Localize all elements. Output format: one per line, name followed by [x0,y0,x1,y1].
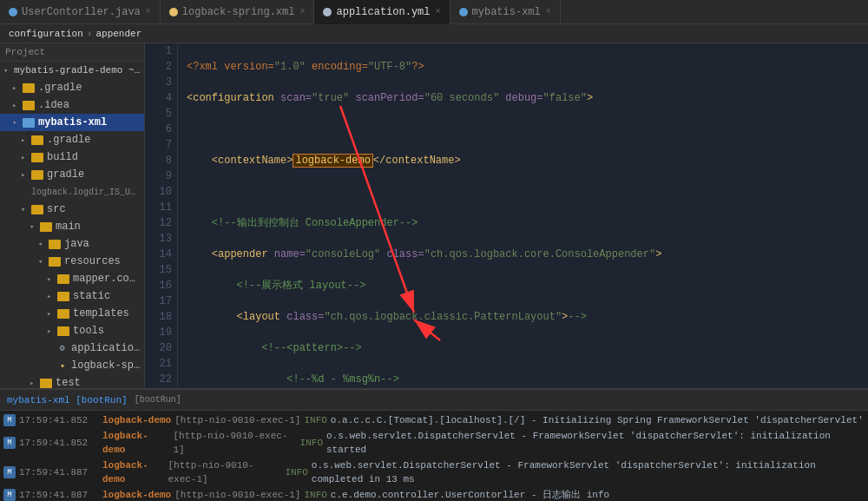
arrow-icon: ▸ [21,135,31,145]
panel-title: mybatis-xml [bootRun] [7,395,128,405]
panel-subtitle: [bootRun] [135,395,181,405]
log-level: INFO [300,436,323,450]
sidebar-item-resources[interactable]: ▾ resources [0,253,144,270]
folder-icon [31,135,43,145]
arrow-icon: ▸ [12,101,23,110]
editor-area: 12345 678910 1112131415 1617181920 21222… [145,43,868,388]
sidebar-item-templates[interactable]: ▸ templates [0,305,144,322]
folder-icon [31,205,43,214]
log-message: o.a.c.c.C.[Tomcat].[localhost].[/] - Ini… [331,413,864,427]
log-timestamp: 17:59:41.887 [19,488,97,501]
tab-icon-mybatis [459,8,468,16]
arrow-icon: ▸ [47,274,57,284]
arrow-icon: ▸ [30,379,40,388]
sidebar-item-test[interactable]: ▸ test [0,374,144,388]
tab-mybatis[interactable]: mybatis-xml × [450,0,561,24]
app-icon: M [3,437,16,449]
sidebar-item-logback-logdir: ▸ logback.logdir_IS_UNDEF [0,183,144,201]
close-icon[interactable]: × [546,7,551,16]
log-thread: [http-nio-9010-exec-1] [174,413,300,427]
folder-icon [57,326,69,336]
folder-icon [40,379,52,388]
folder-icon [57,274,69,284]
sidebar-item-logback-spring[interactable]: ▸ ✦ logback-spring [0,357,144,374]
sidebar-item-label: templates [73,307,129,320]
sidebar-item-gradle2[interactable]: ▸ .gradle [0,131,144,148]
log-row: M 17:59:41.852 logback-demo [http-nio-90… [0,412,868,428]
sidebar-item-static[interactable]: ▸ static [0,287,144,305]
folder-icon [23,118,35,128]
sidebar-item-gradle[interactable]: ▸ .gradle [0,79,144,96]
bottom-panel: mybatis-xml [bootRun] [bootRun] M 17:59:… [0,388,868,501]
sidebar-item-build[interactable]: ▸ build [0,148,144,166]
log-context: logback-demo [102,458,164,486]
main-area: Project ▾ mybatis-gradle-demo ~/ws/ja ▸ … [0,43,868,388]
sidebar-item-application-yml[interactable]: ▸ ⚙ application.yml [0,339,144,357]
sidebar-item-label: mybatis-xml [38,116,107,129]
sidebar-item-gradle3[interactable]: ▸ gradle [0,166,144,183]
tab-usercontorller[interactable]: UserContorller.java × [0,0,161,24]
sidebar-header: Project [0,43,144,62]
sidebar-item-label: static [73,290,110,302]
folder-icon [23,83,35,93]
log-panel[interactable]: M 17:59:41.852 logback-demo [http-nio-90… [0,411,868,501]
sidebar-item-main[interactable]: ▾ main [0,218,144,235]
sidebar-item-label: java [64,238,89,250]
folder-icon [57,292,69,301]
sidebar-item-mapper[interactable]: ▸ mapper.com.ex [0,270,144,287]
log-thread: [http-nio-9010-exec-1] [168,458,281,486]
arrow-icon: ▾ [12,118,23,128]
code-editor[interactable]: <?xml version="1.0" encoding="UTF-8"?> <… [178,43,868,388]
sidebar: Project ▾ mybatis-gradle-demo ~/ws/ja ▸ … [0,43,145,388]
sidebar-item-label: .gradle [47,134,90,146]
sidebar-item-src[interactable]: ▾ src [0,201,144,218]
tab-application[interactable]: application.yml × [314,0,450,24]
arrow-icon: ▾ [21,205,31,214]
folder-icon [31,170,43,180]
sidebar-item-label: test [56,377,81,388]
log-level: INFO [304,413,326,427]
tab-logback[interactable]: logback-spring.xml × [161,0,315,24]
folder-icon [49,240,61,249]
close-icon[interactable]: × [146,7,151,16]
arrow-icon: ▾ [38,240,49,249]
sidebar-item-java[interactable]: ▾ java [0,235,144,253]
arrow-icon: ▾ [30,222,40,232]
log-message: o.s.web.servlet.DispatcherServlet - Fram… [312,458,865,486]
app-icon: M [3,489,16,501]
log-row: M 17:59:41.852 logback-demo [http-nio-90… [0,428,868,458]
log-timestamp: 17:59:41.852 [19,413,97,427]
log-context: logback-demo [102,413,171,427]
breadcrumb-part-1: configuration [9,29,83,39]
tab-icon-yml [323,8,332,16]
editor-content[interactable]: 12345 678910 1112131415 1617181920 21222… [145,43,868,388]
folder-icon [31,153,43,162]
sidebar-item-label: mybatis-gradle-demo ~/ws/ja [14,65,141,76]
sidebar-item-label: application.yml [71,342,141,354]
yml-file-icon: ⚙ [57,343,68,354]
close-icon[interactable]: × [299,7,305,16]
tab-label-logback: logback-spring.xml [182,6,295,18]
sidebar-item-project[interactable]: ▾ mybatis-gradle-demo ~/ws/ja [0,62,144,79]
sidebar-item-label: mapper.com.ex [73,273,141,285]
sidebar-item-tools[interactable]: ▸ tools [0,322,144,339]
log-row: M 17:59:41.887 logback-demo [http-nio-90… [0,458,868,487]
app-icon: M [3,414,16,426]
folder-icon [49,257,61,267]
tabs-bar: UserContorller.java × logback-spring.xml… [0,0,868,24]
breadcrumb-part-2: appender [95,29,141,39]
sidebar-item-mybatis-xml[interactable]: ▾ mybatis-xml [0,114,144,131]
log-timestamp: 17:59:41.852 [19,436,97,450]
app-icon: M [3,466,16,478]
sidebar-item-label: logback.logdir_IS_UNDEF [31,188,141,197]
sidebar-item-idea[interactable]: ▸ .idea [0,96,144,114]
tab-icon-java [9,8,17,16]
arrow-icon: ▸ [47,326,57,336]
sidebar-item-label: gradle [47,168,84,181]
line-numbers: 12345 678910 1112131415 1617181920 21222… [145,43,178,388]
sidebar-item-label: logback-spring [71,359,141,372]
folder-icon [40,222,52,232]
log-context: logback-demo [102,429,170,457]
tab-label-mybatis: mybatis-xml [472,6,541,18]
close-icon[interactable]: × [436,7,441,16]
